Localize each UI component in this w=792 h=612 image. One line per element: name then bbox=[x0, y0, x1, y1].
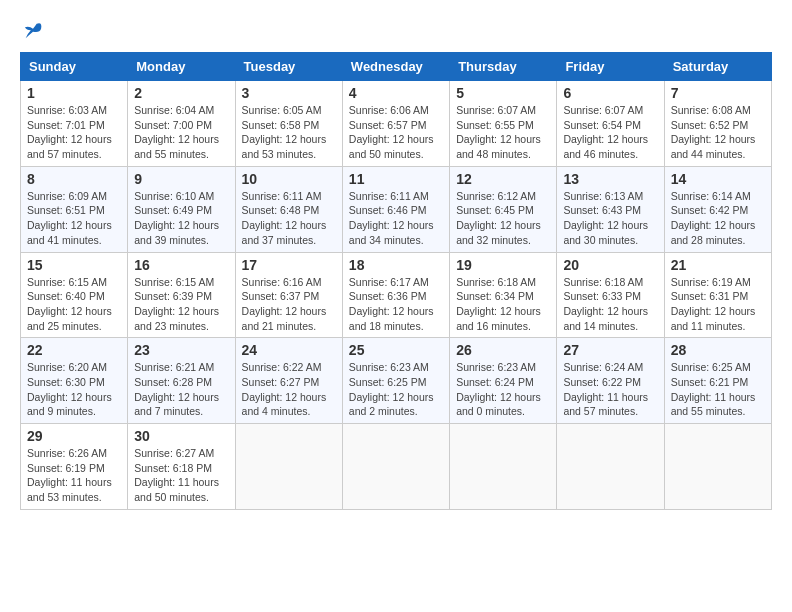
sunrise-text: Sunrise: 6:14 AM bbox=[671, 190, 751, 202]
calendar-cell: 16 Sunrise: 6:15 AM Sunset: 6:39 PM Dayl… bbox=[128, 252, 235, 338]
day-number: 20 bbox=[563, 257, 657, 273]
daylight-text: Daylight: 12 hours and 2 minutes. bbox=[349, 391, 434, 418]
sunrise-text: Sunrise: 6:03 AM bbox=[27, 104, 107, 116]
day-info: Sunrise: 6:09 AM Sunset: 6:51 PM Dayligh… bbox=[27, 189, 121, 248]
day-info: Sunrise: 6:23 AM Sunset: 6:25 PM Dayligh… bbox=[349, 360, 443, 419]
day-number: 1 bbox=[27, 85, 121, 101]
calendar-cell: 14 Sunrise: 6:14 AM Sunset: 6:42 PM Dayl… bbox=[664, 166, 771, 252]
daylight-text: Daylight: 12 hours and 21 minutes. bbox=[242, 305, 327, 332]
calendar-cell: 5 Sunrise: 6:07 AM Sunset: 6:55 PM Dayli… bbox=[450, 81, 557, 167]
sunset-text: Sunset: 6:40 PM bbox=[27, 290, 105, 302]
sunset-text: Sunset: 7:01 PM bbox=[27, 119, 105, 131]
calendar-cell: 1 Sunrise: 6:03 AM Sunset: 7:01 PM Dayli… bbox=[21, 81, 128, 167]
calendar-week-row: 29 Sunrise: 6:26 AM Sunset: 6:19 PM Dayl… bbox=[21, 424, 772, 510]
calendar-table: SundayMondayTuesdayWednesdayThursdayFrid… bbox=[20, 52, 772, 510]
day-number: 8 bbox=[27, 171, 121, 187]
day-number: 7 bbox=[671, 85, 765, 101]
sunrise-text: Sunrise: 6:11 AM bbox=[242, 190, 322, 202]
daylight-text: Daylight: 12 hours and 4 minutes. bbox=[242, 391, 327, 418]
day-number: 6 bbox=[563, 85, 657, 101]
calendar-cell bbox=[664, 424, 771, 510]
day-number: 27 bbox=[563, 342, 657, 358]
calendar-cell bbox=[342, 424, 449, 510]
day-info: Sunrise: 6:23 AM Sunset: 6:24 PM Dayligh… bbox=[456, 360, 550, 419]
sunrise-text: Sunrise: 6:15 AM bbox=[27, 276, 107, 288]
day-info: Sunrise: 6:08 AM Sunset: 6:52 PM Dayligh… bbox=[671, 103, 765, 162]
daylight-text: Daylight: 11 hours and 57 minutes. bbox=[563, 391, 648, 418]
day-number: 21 bbox=[671, 257, 765, 273]
calendar-week-row: 22 Sunrise: 6:20 AM Sunset: 6:30 PM Dayl… bbox=[21, 338, 772, 424]
page-header bbox=[20, 20, 772, 42]
daylight-text: Daylight: 12 hours and 9 minutes. bbox=[27, 391, 112, 418]
sunset-text: Sunset: 6:18 PM bbox=[134, 462, 212, 474]
day-info: Sunrise: 6:11 AM Sunset: 6:46 PM Dayligh… bbox=[349, 189, 443, 248]
calendar-cell: 22 Sunrise: 6:20 AM Sunset: 6:30 PM Dayl… bbox=[21, 338, 128, 424]
daylight-text: Daylight: 12 hours and 14 minutes. bbox=[563, 305, 648, 332]
calendar-cell: 6 Sunrise: 6:07 AM Sunset: 6:54 PM Dayli… bbox=[557, 81, 664, 167]
daylight-text: Daylight: 12 hours and 50 minutes. bbox=[349, 133, 434, 160]
sunset-text: Sunset: 6:48 PM bbox=[242, 204, 320, 216]
day-number: 12 bbox=[456, 171, 550, 187]
day-info: Sunrise: 6:22 AM Sunset: 6:27 PM Dayligh… bbox=[242, 360, 336, 419]
sunrise-text: Sunrise: 6:17 AM bbox=[349, 276, 429, 288]
sunset-text: Sunset: 6:49 PM bbox=[134, 204, 212, 216]
daylight-text: Daylight: 12 hours and 55 minutes. bbox=[134, 133, 219, 160]
sunset-text: Sunset: 6:34 PM bbox=[456, 290, 534, 302]
daylight-text: Daylight: 12 hours and 57 minutes. bbox=[27, 133, 112, 160]
sunset-text: Sunset: 6:45 PM bbox=[456, 204, 534, 216]
daylight-text: Daylight: 12 hours and 7 minutes. bbox=[134, 391, 219, 418]
logo-bird-icon bbox=[22, 20, 44, 42]
day-info: Sunrise: 6:16 AM Sunset: 6:37 PM Dayligh… bbox=[242, 275, 336, 334]
day-info: Sunrise: 6:04 AM Sunset: 7:00 PM Dayligh… bbox=[134, 103, 228, 162]
calendar-cell: 13 Sunrise: 6:13 AM Sunset: 6:43 PM Dayl… bbox=[557, 166, 664, 252]
day-number: 17 bbox=[242, 257, 336, 273]
daylight-text: Daylight: 11 hours and 50 minutes. bbox=[134, 476, 219, 503]
day-number: 9 bbox=[134, 171, 228, 187]
day-number: 2 bbox=[134, 85, 228, 101]
day-number: 22 bbox=[27, 342, 121, 358]
calendar-cell: 10 Sunrise: 6:11 AM Sunset: 6:48 PM Dayl… bbox=[235, 166, 342, 252]
sunset-text: Sunset: 6:28 PM bbox=[134, 376, 212, 388]
day-number: 19 bbox=[456, 257, 550, 273]
calendar-cell: 29 Sunrise: 6:26 AM Sunset: 6:19 PM Dayl… bbox=[21, 424, 128, 510]
sunset-text: Sunset: 6:58 PM bbox=[242, 119, 320, 131]
daylight-text: Daylight: 12 hours and 0 minutes. bbox=[456, 391, 541, 418]
sunrise-text: Sunrise: 6:18 AM bbox=[563, 276, 643, 288]
sunrise-text: Sunrise: 6:22 AM bbox=[242, 361, 322, 373]
calendar-cell: 30 Sunrise: 6:27 AM Sunset: 6:18 PM Dayl… bbox=[128, 424, 235, 510]
calendar-cell: 18 Sunrise: 6:17 AM Sunset: 6:36 PM Dayl… bbox=[342, 252, 449, 338]
day-info: Sunrise: 6:11 AM Sunset: 6:48 PM Dayligh… bbox=[242, 189, 336, 248]
calendar-cell: 26 Sunrise: 6:23 AM Sunset: 6:24 PM Dayl… bbox=[450, 338, 557, 424]
calendar-cell bbox=[235, 424, 342, 510]
sunset-text: Sunset: 6:54 PM bbox=[563, 119, 641, 131]
day-info: Sunrise: 6:13 AM Sunset: 6:43 PM Dayligh… bbox=[563, 189, 657, 248]
daylight-text: Daylight: 12 hours and 16 minutes. bbox=[456, 305, 541, 332]
sunset-text: Sunset: 6:46 PM bbox=[349, 204, 427, 216]
daylight-text: Daylight: 11 hours and 53 minutes. bbox=[27, 476, 112, 503]
day-info: Sunrise: 6:24 AM Sunset: 6:22 PM Dayligh… bbox=[563, 360, 657, 419]
calendar-cell: 20 Sunrise: 6:18 AM Sunset: 6:33 PM Dayl… bbox=[557, 252, 664, 338]
daylight-text: Daylight: 12 hours and 23 minutes. bbox=[134, 305, 219, 332]
sunrise-text: Sunrise: 6:07 AM bbox=[563, 104, 643, 116]
sunset-text: Sunset: 6:19 PM bbox=[27, 462, 105, 474]
sunrise-text: Sunrise: 6:06 AM bbox=[349, 104, 429, 116]
logo bbox=[20, 20, 44, 42]
calendar-cell: 19 Sunrise: 6:18 AM Sunset: 6:34 PM Dayl… bbox=[450, 252, 557, 338]
day-info: Sunrise: 6:18 AM Sunset: 6:33 PM Dayligh… bbox=[563, 275, 657, 334]
day-info: Sunrise: 6:21 AM Sunset: 6:28 PM Dayligh… bbox=[134, 360, 228, 419]
sunset-text: Sunset: 6:27 PM bbox=[242, 376, 320, 388]
day-info: Sunrise: 6:15 AM Sunset: 6:40 PM Dayligh… bbox=[27, 275, 121, 334]
calendar-cell: 8 Sunrise: 6:09 AM Sunset: 6:51 PM Dayli… bbox=[21, 166, 128, 252]
calendar-cell: 9 Sunrise: 6:10 AM Sunset: 6:49 PM Dayli… bbox=[128, 166, 235, 252]
day-number: 5 bbox=[456, 85, 550, 101]
day-number: 16 bbox=[134, 257, 228, 273]
sunrise-text: Sunrise: 6:05 AM bbox=[242, 104, 322, 116]
sunrise-text: Sunrise: 6:24 AM bbox=[563, 361, 643, 373]
sunrise-text: Sunrise: 6:11 AM bbox=[349, 190, 429, 202]
calendar-header-row: SundayMondayTuesdayWednesdayThursdayFrid… bbox=[21, 53, 772, 81]
day-info: Sunrise: 6:10 AM Sunset: 6:49 PM Dayligh… bbox=[134, 189, 228, 248]
day-number: 4 bbox=[349, 85, 443, 101]
sunrise-text: Sunrise: 6:04 AM bbox=[134, 104, 214, 116]
day-number: 26 bbox=[456, 342, 550, 358]
sunrise-text: Sunrise: 6:10 AM bbox=[134, 190, 214, 202]
